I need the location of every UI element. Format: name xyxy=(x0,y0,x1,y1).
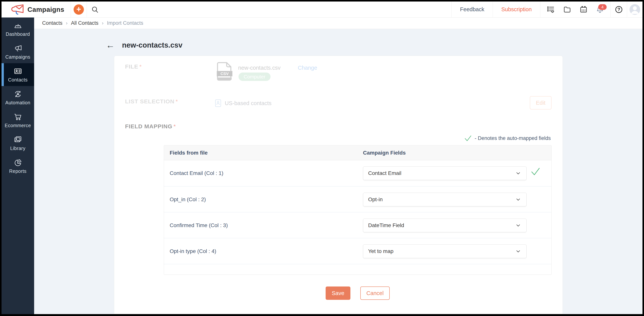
content-area: ← new-contacts.csv FILE* CSV new-contact… xyxy=(34,29,642,314)
create-button[interactable]: + xyxy=(70,1,87,17)
campaign-field-select[interactable]: DateTime Field xyxy=(363,219,526,232)
file-field-label: Confirmed Time (Col : 3) xyxy=(170,212,228,238)
avatar xyxy=(630,4,640,15)
file-field-label: Opt_in (Col : 2) xyxy=(170,186,206,212)
library-icon xyxy=(14,135,22,144)
sidebar-item-label: Contacts xyxy=(8,77,28,83)
help-icon: ? xyxy=(614,5,623,14)
sidebar-item-label: Ecommerce xyxy=(5,123,31,128)
chevron-down-icon xyxy=(515,248,522,255)
calendar-icon xyxy=(579,5,588,14)
selected-list-name: US-based contacts xyxy=(225,100,272,106)
column-header-campaign-fields: Campaign Fields xyxy=(363,150,406,156)
file-field-label: Contact Email (Col : 1) xyxy=(170,160,224,186)
sidebar-item-label: Library xyxy=(10,146,26,151)
dashboard-icon xyxy=(14,21,22,30)
help-button[interactable]: ? xyxy=(610,1,627,17)
sidebar-item-contacts[interactable]: Contacts xyxy=(2,63,34,86)
chevron-down-icon xyxy=(515,170,522,176)
form-actions: Save Cancel xyxy=(164,287,552,300)
saved-lists-button[interactable] xyxy=(542,1,559,17)
file-type-text: CSV xyxy=(220,71,228,76)
app-name: Campaigns xyxy=(28,6,64,13)
sidebar-item-ecommerce[interactable]: Ecommerce xyxy=(2,109,34,132)
save-button[interactable]: Save xyxy=(326,287,350,300)
sidebar-item-library[interactable]: Library xyxy=(2,132,34,155)
campaigns-logo-icon xyxy=(11,4,26,15)
import-card: FILE* CSV new-contacts.csv Change Comput… xyxy=(114,56,563,314)
chevron-down-icon xyxy=(515,196,522,203)
select-value: DateTime Field xyxy=(368,222,515,228)
sidebar-item-label: Reports xyxy=(9,168,26,174)
select-value: Opt-in xyxy=(368,196,515,202)
sidebar-item-label: Campaigns xyxy=(5,54,30,60)
table-row: Contact Email (Col : 1) Contact Email xyxy=(164,160,551,186)
campaign-field-select[interactable]: Contact Email xyxy=(363,166,526,180)
table-row: Confirmed Time (Col : 3) DateTime Field xyxy=(164,212,551,238)
column-header-fields-from-file: Fields from file xyxy=(170,150,208,156)
table-row: Opt_in (Col : 2) Opt-in xyxy=(164,186,551,212)
sidebar: Dashboard Campaigns Contacts xyxy=(2,17,34,314)
file-field-label: Opt-in type (Col : 4) xyxy=(170,238,216,264)
file-source-badge: Computer xyxy=(238,73,270,81)
breadcrumb: Contacts › All Contacts › Import Contact… xyxy=(34,17,642,29)
field-mapping-label: FIELD MAPPING* xyxy=(125,123,176,130)
check-icon xyxy=(464,135,472,142)
required-asterisk: * xyxy=(174,123,176,130)
search-icon xyxy=(90,5,99,14)
section-label-text: LIST SELECTION xyxy=(125,98,174,105)
table-empty-row xyxy=(164,264,551,275)
mailing-list-icon xyxy=(215,99,221,107)
section-label-text: FIELD MAPPING xyxy=(125,123,172,130)
page-header: ← new-contacts.csv xyxy=(106,41,182,49)
csv-file-icon: CSV xyxy=(216,62,233,81)
notifications-button[interactable]: 4 xyxy=(592,1,608,17)
breadcrumb-contacts[interactable]: Contacts xyxy=(42,20,62,26)
person-icon xyxy=(630,4,640,15)
search-button[interactable] xyxy=(87,1,103,17)
auto-map-note-text: - Denotes the auto-mapped fields xyxy=(475,135,551,141)
notification-badge: 4 xyxy=(598,4,607,10)
file-section-label: FILE* xyxy=(125,63,142,70)
file-name: new-contacts.csv xyxy=(238,65,280,71)
campaign-field-select[interactable]: Yet to map xyxy=(363,244,526,258)
change-file-link[interactable]: Change xyxy=(298,65,317,71)
list-heart-icon xyxy=(546,5,555,14)
contact-card-icon xyxy=(14,67,22,76)
field-mapping-table: Fields from file Campaign Fields Contact… xyxy=(164,145,552,275)
section-label-text: FILE xyxy=(125,63,138,70)
automation-icon xyxy=(14,90,22,98)
select-value: Yet to map xyxy=(368,248,515,254)
table-header-row: Fields from file Campaign Fields xyxy=(164,146,551,160)
user-menu[interactable] xyxy=(627,1,642,17)
sidebar-item-label: Dashboard xyxy=(6,31,30,37)
chevron-right-icon: › xyxy=(102,20,104,26)
app-window: Campaigns + Feedback Subscription xyxy=(2,1,642,314)
sidebar-item-dashboard[interactable]: Dashboard xyxy=(2,17,34,40)
edit-list-button[interactable]: Edit xyxy=(530,96,552,110)
auto-mapped-check-icon xyxy=(530,167,541,176)
cancel-button[interactable]: Cancel xyxy=(360,287,390,300)
campaign-field-select[interactable]: Opt-in xyxy=(363,193,526,206)
logo-area: Campaigns xyxy=(2,1,70,17)
feedback-link[interactable]: Feedback xyxy=(452,1,493,17)
sidebar-item-campaigns[interactable]: Campaigns xyxy=(2,40,34,63)
breadcrumb-all-contacts[interactable]: All Contacts xyxy=(71,20,98,26)
files-button[interactable] xyxy=(559,1,575,17)
topbar-spacer xyxy=(103,1,452,17)
table-row: Opt-in type (Col : 4) Yet to map xyxy=(164,238,551,264)
sidebar-item-reports[interactable]: Reports xyxy=(2,155,34,177)
cart-icon xyxy=(14,113,22,121)
back-arrow-icon[interactable]: ← xyxy=(106,41,115,49)
megaphone-icon xyxy=(14,44,22,53)
required-asterisk: * xyxy=(139,63,142,70)
sidebar-item-automation[interactable]: Automation xyxy=(2,86,34,109)
chevron-right-icon: › xyxy=(66,20,68,26)
sidebar-item-label: Automation xyxy=(5,100,30,106)
topbar-icon-group: 4 xyxy=(540,1,610,17)
plus-icon: + xyxy=(74,4,84,15)
list-selection-label: LIST SELECTION* xyxy=(125,98,178,105)
subscription-link[interactable]: Subscription xyxy=(493,1,540,17)
calendar-button[interactable] xyxy=(575,1,592,17)
page-title: new-contacts.csv xyxy=(122,41,182,49)
